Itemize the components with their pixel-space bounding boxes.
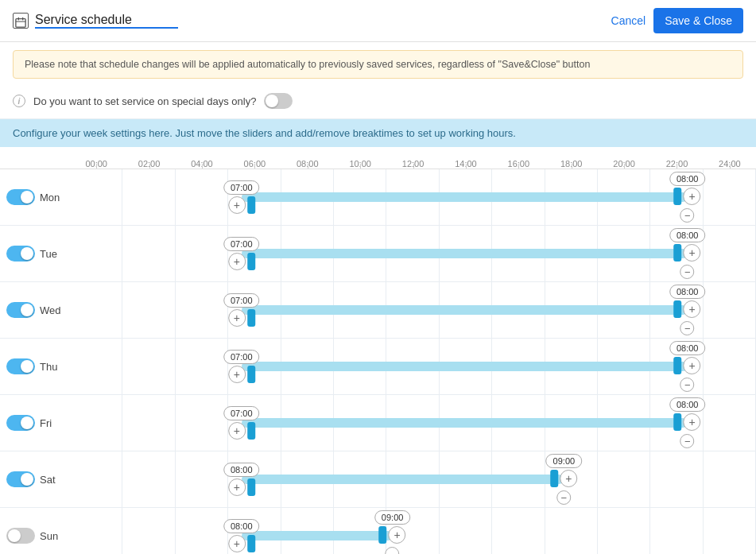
drag-right-mon[interactable] xyxy=(674,188,682,205)
timeline-mon: 07:00+08:00+− xyxy=(70,169,756,225)
special-days-toggle[interactable] xyxy=(264,93,293,109)
time-ruler: 00:0002:0004:0006:0008:0010:0012:0014:00… xyxy=(0,147,756,169)
add-left-sun[interactable]: + xyxy=(228,535,246,552)
grid-cell xyxy=(704,339,756,394)
toggle-thu[interactable] xyxy=(6,358,35,374)
right-btn-row: + xyxy=(379,526,406,544)
time-label-0000: 00:00 xyxy=(70,159,122,169)
day-row-sat: Sat08:00+09:00+− xyxy=(0,451,756,508)
cancel-button[interactable]: Cancel xyxy=(611,14,646,27)
remove-break-tue[interactable]: − xyxy=(680,265,695,279)
day-row-sun: Sun08:00+09:00+− xyxy=(0,508,756,554)
grid-cell xyxy=(176,395,228,451)
drag-right-wed[interactable] xyxy=(674,300,682,318)
day-row-tue: Tue07:00+08:00+− xyxy=(0,226,756,282)
add-left-thu[interactable]: + xyxy=(228,366,246,383)
add-left-mon[interactable]: + xyxy=(228,196,246,214)
add-right-sat[interactable]: + xyxy=(560,470,577,487)
grid-cell xyxy=(70,395,122,451)
range-bar-thu[interactable] xyxy=(242,362,688,371)
day-label-thu: Thu xyxy=(40,361,62,373)
toggle-tue[interactable] xyxy=(6,246,35,262)
toggle-area-sun: Sun xyxy=(0,528,70,544)
toggle-sat[interactable] xyxy=(6,471,35,487)
add-right-tue[interactable]: + xyxy=(684,244,701,262)
add-right-mon[interactable]: + xyxy=(684,188,701,205)
remove-break-mon[interactable]: − xyxy=(680,208,695,223)
range-bar-sun[interactable] xyxy=(242,531,393,540)
range-bar-mon[interactable] xyxy=(242,192,688,202)
drag-left-fri[interactable] xyxy=(247,422,255,440)
left-handle-thu: 07:00+ xyxy=(223,350,260,383)
right-handle-sat: 09:00+− xyxy=(546,454,583,505)
time-label-2200: 22:00 xyxy=(650,159,703,169)
add-right-fri[interactable]: + xyxy=(684,413,701,431)
add-left-wed[interactable]: + xyxy=(228,309,246,327)
toggle-area-fri: Fri xyxy=(0,415,70,431)
range-bar-sat[interactable] xyxy=(242,475,564,484)
drag-right-tue[interactable] xyxy=(674,244,682,262)
end-time-bubble-tue: 08:00 xyxy=(669,228,706,242)
end-time-bubble-thu: 08:00 xyxy=(669,341,706,355)
right-handle-mon: 08:00+− xyxy=(669,172,706,223)
grid-cell xyxy=(704,169,756,225)
grid-cell xyxy=(176,226,228,281)
drag-left-sat[interactable] xyxy=(247,478,255,496)
left-btn-row: + xyxy=(228,253,255,270)
time-label-1200: 12:00 xyxy=(386,159,439,169)
right-handle-thu: 08:00+− xyxy=(669,341,706,392)
toggle-sun[interactable] xyxy=(6,528,35,544)
right-btn-row: + xyxy=(674,244,701,262)
day-row-mon: Mon07:00+08:00+− xyxy=(0,169,756,226)
remove-break-wed[interactable]: − xyxy=(680,321,695,335)
left-handle-tue: 07:00+ xyxy=(223,237,260,270)
remove-break-sat[interactable]: − xyxy=(556,490,571,505)
title-input[interactable] xyxy=(35,13,178,29)
toggle-fri[interactable] xyxy=(6,415,35,431)
grid-cell xyxy=(122,169,175,225)
add-right-thu[interactable]: + xyxy=(684,357,701,374)
toggle-wed[interactable] xyxy=(6,302,35,318)
range-bar-wed[interactable] xyxy=(242,305,688,315)
start-time-bubble-thu: 07:00 xyxy=(223,350,260,364)
grid-cell xyxy=(545,508,598,554)
drag-left-tue[interactable] xyxy=(247,253,255,270)
toggle-mon[interactable] xyxy=(6,189,35,205)
grid-cell xyxy=(70,508,122,554)
add-right-sun[interactable]: + xyxy=(389,526,406,544)
svg-rect-0 xyxy=(16,19,25,28)
time-label-1000: 10:00 xyxy=(334,159,386,169)
add-left-sat[interactable]: + xyxy=(228,478,246,496)
day-row-fri: Fri07:00+08:00+− xyxy=(0,395,756,451)
left-handle-sun: 08:00+ xyxy=(223,519,260,552)
remove-break-sun[interactable]: − xyxy=(386,547,400,554)
time-label-0800: 08:00 xyxy=(281,159,334,169)
notice-text: Please note that schedule changes will b… xyxy=(25,59,590,70)
left-btn-row: + xyxy=(228,366,255,383)
add-left-tue[interactable]: + xyxy=(228,253,246,270)
right-btn-row: + xyxy=(674,357,701,374)
drag-left-sun[interactable] xyxy=(247,535,255,552)
day-label-fri: Fri xyxy=(40,417,62,429)
range-bar-fri[interactable] xyxy=(242,418,688,428)
left-btn-row: + xyxy=(228,196,255,214)
left-handle-wed: 07:00+ xyxy=(223,293,260,327)
drag-right-fri[interactable] xyxy=(674,413,682,431)
end-time-bubble-fri: 08:00 xyxy=(669,397,706,412)
drag-right-sat[interactable] xyxy=(550,470,558,487)
header: Cancel Save & Close xyxy=(0,0,756,42)
drag-right-thu[interactable] xyxy=(674,357,682,374)
drag-right-sun[interactable] xyxy=(379,526,387,544)
grid-cell xyxy=(70,169,122,225)
save-close-button[interactable]: Save & Close xyxy=(653,8,743,33)
grid-cell xyxy=(70,226,122,281)
drag-left-mon[interactable] xyxy=(247,196,255,214)
add-left-fri[interactable]: + xyxy=(228,422,246,440)
remove-break-thu[interactable]: − xyxy=(680,378,695,392)
drag-left-wed[interactable] xyxy=(247,309,255,327)
add-right-wed[interactable]: + xyxy=(684,300,701,318)
remove-break-fri[interactable]: − xyxy=(680,434,695,448)
drag-left-thu[interactable] xyxy=(247,366,255,383)
range-bar-tue[interactable] xyxy=(242,249,688,258)
grid-cell xyxy=(176,169,228,225)
